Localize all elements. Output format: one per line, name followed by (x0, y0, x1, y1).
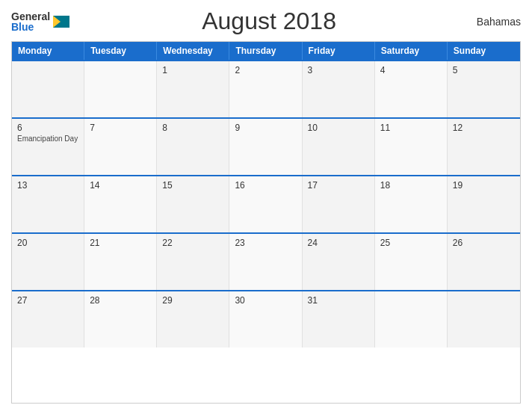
day-number: 6 (17, 123, 78, 133)
day-number: 5 (453, 65, 515, 75)
calendar-cell: 5 (448, 61, 520, 117)
day-number: 19 (453, 180, 515, 191)
day-number: 17 (308, 180, 369, 191)
day-number: 14 (90, 180, 151, 191)
calendar-cell: 19 (448, 176, 520, 232)
calendar-cell: 7 (84, 119, 157, 175)
month-title: August 2018 (69, 7, 468, 35)
day-number: 1 (162, 65, 223, 75)
day-number: 29 (162, 295, 223, 306)
calendar-week-4: 20212223242526 (12, 232, 520, 290)
calendar-cell: 4 (375, 61, 448, 117)
calendar-cell: 3 (303, 61, 375, 117)
calendar-cell: 1 (157, 61, 229, 117)
calendar-cell: 31 (303, 291, 375, 347)
event-label: Emancipation Day (17, 135, 78, 143)
day-number: 11 (380, 123, 442, 133)
calendar-cell: 11 (375, 119, 448, 175)
calendar-cell: 30 (229, 291, 302, 347)
day-number: 28 (90, 295, 151, 306)
logo-blue-text: Blue (11, 22, 50, 32)
day-number: 20 (17, 238, 78, 248)
day-number: 9 (235, 123, 296, 133)
calendar-cell (12, 61, 84, 117)
calendar-week-1: 12345 (12, 60, 520, 117)
calendar-cell: 21 (84, 234, 157, 290)
calendar-cell: 12 (448, 119, 520, 175)
day-number: 22 (162, 238, 223, 248)
day-number: 3 (308, 65, 369, 75)
day-number: 30 (235, 295, 296, 306)
calendar-cell: 27 (12, 291, 84, 347)
calendar-cell: 2 (229, 61, 302, 117)
day-number: 21 (90, 238, 151, 248)
calendar-cell: 10 (303, 119, 375, 175)
day-number: 18 (380, 180, 442, 191)
calendar-cell: 22 (157, 234, 229, 290)
day-number: 25 (380, 238, 442, 248)
day-number: 7 (90, 123, 151, 133)
logo-flag-icon (53, 16, 69, 28)
calendar-cell (448, 291, 520, 347)
logo-general-text: General (11, 11, 50, 22)
day-number: 27 (17, 295, 78, 306)
calendar-cell: 20 (12, 234, 84, 290)
calendar-week-5: 2728293031 (12, 290, 520, 347)
day-number: 16 (235, 180, 296, 191)
day-number: 31 (308, 295, 369, 306)
day-number: 23 (235, 238, 296, 248)
calendar-cell: 17 (303, 176, 375, 232)
day-number: 8 (162, 123, 223, 133)
calendar-cell: 14 (84, 176, 157, 232)
calendar-cell: 25 (375, 234, 448, 290)
header-day-saturday: Saturday (375, 42, 448, 60)
header-day-thursday: Thursday (229, 42, 302, 60)
header-day-friday: Friday (303, 42, 375, 60)
calendar: MondayTuesdayWednesdayThursdayFridaySatu… (11, 41, 521, 404)
header-day-tuesday: Tuesday (84, 42, 157, 60)
calendar-cell: 8 (157, 119, 229, 175)
calendar-week-3: 13141516171819 (12, 175, 520, 232)
calendar-cell: 26 (448, 234, 520, 290)
calendar-header: MondayTuesdayWednesdayThursdayFridaySatu… (12, 42, 520, 60)
calendar-cell: 24 (303, 234, 375, 290)
calendar-cell: 29 (157, 291, 229, 347)
day-number: 15 (162, 180, 223, 191)
calendar-cell: 6Emancipation Day (12, 119, 84, 175)
header-day-sunday: Sunday (448, 42, 520, 60)
day-number: 2 (235, 65, 296, 75)
calendar-cell: 13 (12, 176, 84, 232)
day-number: 12 (453, 123, 515, 133)
calendar-cell (375, 291, 448, 347)
calendar-cell: 23 (229, 234, 302, 290)
page-header: General Blue August 2018 Bahamas (11, 7, 521, 35)
day-number: 24 (308, 238, 369, 248)
calendar-week-2: 6Emancipation Day789101112 (12, 117, 520, 175)
country-name: Bahamas (468, 16, 521, 28)
calendar-cell: 18 (375, 176, 448, 232)
calendar-cell: 16 (229, 176, 302, 232)
calendar-cell: 28 (84, 291, 157, 347)
header-day-wednesday: Wednesday (157, 42, 229, 60)
calendar-cell: 15 (157, 176, 229, 232)
day-number: 10 (308, 123, 369, 133)
day-number: 13 (17, 180, 78, 191)
day-number: 4 (380, 65, 442, 75)
calendar-cell (84, 61, 157, 117)
logo: General Blue (11, 11, 69, 32)
day-number: 26 (453, 238, 515, 248)
header-day-monday: Monday (12, 42, 84, 60)
calendar-cell: 9 (229, 119, 302, 175)
